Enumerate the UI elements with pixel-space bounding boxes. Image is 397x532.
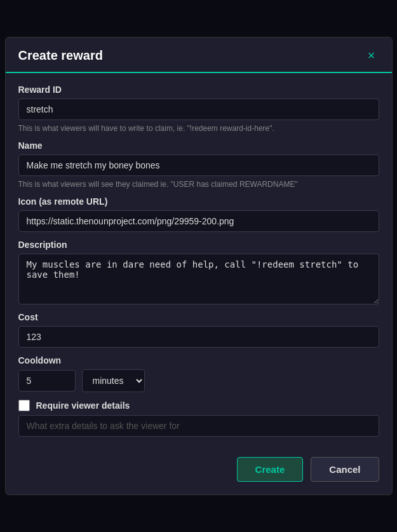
modal-footer: Create Cancel	[6, 448, 392, 494]
cost-group: Cost	[18, 312, 379, 348]
viewer-details-input[interactable]	[18, 415, 379, 437]
create-button[interactable]: Create	[237, 457, 304, 482]
description-textarea[interactable]: My muscles are in dare need of help, cal…	[18, 254, 379, 304]
cooldown-label: Cooldown	[18, 355, 379, 365]
checkbox-row: Require viewer details	[18, 400, 379, 411]
reward-id-label: Reward ID	[18, 85, 379, 95]
require-viewer-group: Require viewer details	[18, 400, 379, 437]
create-reward-modal: Create reward × Reward ID This is what v…	[5, 37, 393, 495]
name-label: Name	[18, 140, 379, 151]
icon-label: Icon (as remote URL)	[18, 196, 379, 207]
modal-body: Reward ID This is what viewers will have…	[6, 73, 392, 448]
cancel-button[interactable]: Cancel	[311, 457, 379, 482]
name-hint: This is what viewers will see they claim…	[18, 180, 379, 189]
require-viewer-checkbox[interactable]	[18, 400, 30, 411]
cooldown-group: Cooldown seconds minutes hours	[18, 355, 379, 392]
reward-id-group: Reward ID This is what viewers will have…	[18, 85, 379, 133]
modal-header: Create reward ×	[6, 38, 392, 73]
name-input[interactable]	[18, 154, 379, 176]
cost-input[interactable]	[18, 326, 379, 348]
reward-id-input[interactable]	[18, 99, 379, 120]
cooldown-row: seconds minutes hours	[18, 369, 379, 392]
reward-id-hint: This is what viewers will have to write …	[18, 124, 379, 133]
cost-label: Cost	[18, 312, 379, 322]
name-group: Name This is what viewers will see they …	[18, 140, 379, 189]
description-group: Description My muscles are in dare need …	[18, 240, 379, 304]
icon-input[interactable]	[18, 210, 379, 232]
modal-title: Create reward	[18, 48, 103, 63]
cooldown-unit-select[interactable]: seconds minutes hours	[82, 369, 145, 392]
description-label: Description	[18, 240, 379, 250]
icon-group: Icon (as remote URL)	[18, 196, 379, 232]
require-viewer-label: Require viewer details	[36, 400, 130, 411]
cooldown-input[interactable]	[18, 370, 76, 392]
close-button[interactable]: ×	[364, 48, 379, 63]
